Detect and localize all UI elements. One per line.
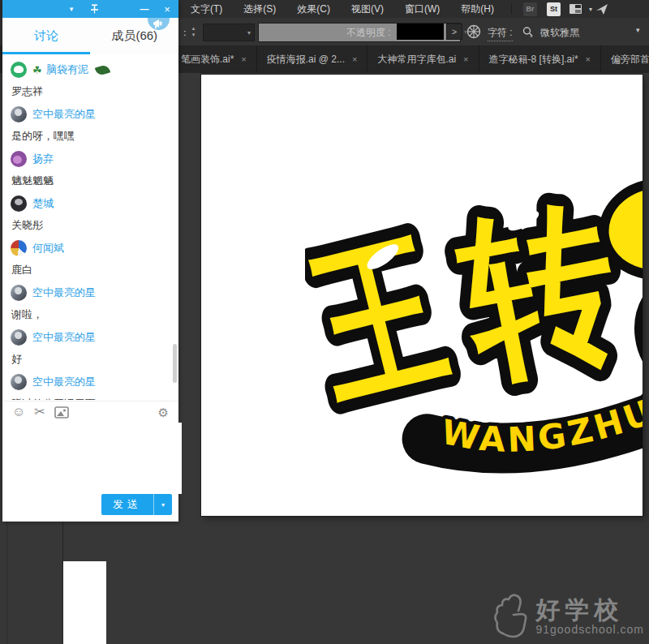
username[interactable]: 空中最亮的星 xyxy=(32,330,96,345)
avatar[interactable] xyxy=(11,285,27,301)
pin-icon[interactable] xyxy=(85,0,103,18)
opacity-label[interactable]: 不透明度 : xyxy=(346,26,391,41)
font-family-value[interactable]: 微软雅黑 xyxy=(540,26,579,40)
emoji-icon[interactable]: ☺ xyxy=(12,406,25,419)
share-icon[interactable] xyxy=(595,3,608,15)
value-stepper[interactable]: ▴ ▾ xyxy=(188,24,199,40)
clover-icon: ☘ xyxy=(32,64,42,76)
close-icon[interactable]: × xyxy=(352,54,357,64)
chevron-down-icon[interactable]: ▾ xyxy=(636,26,640,34)
username[interactable]: 楚城 xyxy=(32,196,54,211)
menu-type[interactable]: 文字(T) xyxy=(180,2,233,16)
message-text: 罗志祥 xyxy=(11,84,170,99)
message-text: 听过的公开课里面 xyxy=(11,397,170,400)
chat-message: 何闻斌 鹿白 xyxy=(11,239,170,277)
artboard-secondary[interactable] xyxy=(63,561,106,644)
character-label[interactable]: 字符 : xyxy=(488,26,513,41)
username[interactable]: 空中最亮的星 xyxy=(32,286,96,300)
recolor-artwork-icon[interactable] xyxy=(466,24,481,39)
stroke-weight-dropdown[interactable]: ▾ xyxy=(203,24,255,41)
chat-message: 空中最亮的星 谢啦， xyxy=(11,284,170,322)
chat-input-toolbar: ☺ ✂ ⚙ xyxy=(2,401,178,423)
chat-message: 楚城 关晓彤 xyxy=(11,195,170,233)
close-icon[interactable]: × xyxy=(463,54,468,64)
watermark-title: 好学校 xyxy=(535,597,623,623)
chevron-down-icon: ▾ xyxy=(247,29,251,36)
avatar[interactable] xyxy=(11,106,27,122)
close-icon[interactable]: × xyxy=(586,54,591,64)
send-options-chevron-icon[interactable]: ▾ xyxy=(153,494,172,515)
avatar[interactable] xyxy=(11,374,27,390)
username[interactable]: 脑袋有泥 xyxy=(46,62,88,77)
chat-message: 空中最亮的星 好 xyxy=(11,328,170,367)
chevron-down-icon[interactable]: ▾ xyxy=(589,6,592,13)
active-tab-underline xyxy=(2,52,90,54)
opacity-value-field[interactable] xyxy=(397,24,444,40)
minimize-icon[interactable]: — xyxy=(135,0,153,18)
menubar-divider xyxy=(511,3,512,15)
artboard-main[interactable]: 王 转 WANGZHUAN xyxy=(201,75,643,516)
logo-char-1: 王 xyxy=(305,208,462,430)
doc-tab-label: 疫情海报.ai @ 2... xyxy=(267,53,345,67)
username[interactable]: 空中最亮的星 xyxy=(32,107,96,122)
chat-titlebar[interactable]: ▾ — × xyxy=(2,0,178,18)
watermark-site: 91goodschool.com xyxy=(535,623,644,636)
message-text: 好 xyxy=(11,352,170,367)
chat-message: 空中最亮的星 听过的公开课里面 xyxy=(11,373,170,400)
avatar[interactable] xyxy=(11,195,27,212)
username[interactable]: 何闻斌 xyxy=(32,241,64,255)
leaf-icon xyxy=(94,63,110,76)
doc-tab-5[interactable]: 偏旁部首字典.a xyxy=(601,45,649,73)
avatar[interactable] xyxy=(11,240,27,256)
chat-message: ☘ 脑袋有泥 罗志祥 xyxy=(11,61,170,99)
artboard-guide-line xyxy=(6,521,7,644)
doc-tab-label: 造字秘籍-8 [转换].ai* xyxy=(489,53,578,67)
workspace-switcher-icon[interactable] xyxy=(569,4,582,14)
chat-message-list[interactable]: ☘ 脑袋有泥 罗志祥 空中最亮的星 是的呀，嘿嘿 扬弃 魑魅魍魉 xyxy=(2,54,178,400)
wangzhuan-logo-artwork[interactable]: 王 转 WANGZHUAN xyxy=(305,154,643,516)
doc-tab-2[interactable]: 疫情海报.ai @ 2... × xyxy=(257,45,368,73)
message-text: 是的呀，嘿嘿 xyxy=(11,129,170,144)
doc-tab-4[interactable]: 造字秘籍-8 [转换].ai* × xyxy=(479,45,601,73)
screenshot-scissors-icon[interactable]: ✂ xyxy=(34,406,45,419)
bridge-icon[interactable]: Br xyxy=(523,2,537,16)
close-icon[interactable]: × xyxy=(241,54,246,64)
username[interactable]: 空中最亮的星 xyxy=(32,375,96,389)
menu-select[interactable]: 选择(S) xyxy=(233,2,286,16)
avatar[interactable] xyxy=(11,329,27,346)
menu-effect[interactable]: 效果(C) xyxy=(286,2,341,16)
doc-tab-label: 大神常用字库包.ai xyxy=(377,53,456,67)
message-text: 魑魅魍魉 xyxy=(11,174,170,188)
doc-tab-label: 笔画装饰.ai* xyxy=(181,53,234,67)
doc-tab-3[interactable]: 大神常用字库包.ai × xyxy=(367,45,479,73)
chat-message: 扬弃 魑魅魍魉 xyxy=(11,150,170,188)
avatar[interactable] xyxy=(11,62,27,78)
doc-tab-1[interactable]: 笔画装饰.ai* × xyxy=(178,45,257,73)
opacity-expand-button[interactable]: > xyxy=(446,24,462,40)
doc-tab-label: 偏旁部首字典.a xyxy=(611,53,649,67)
menu-help[interactable]: 帮助(H) xyxy=(450,2,505,16)
chevron-down-icon[interactable]: ▾ xyxy=(62,0,80,18)
send-button[interactable]: 发送 ▾ xyxy=(101,494,172,515)
gear-icon[interactable]: ⚙ xyxy=(158,406,169,420)
send-button-label[interactable]: 发送 xyxy=(101,494,153,515)
scrollbar-thumb[interactable] xyxy=(173,344,177,383)
username[interactable]: 扬弃 xyxy=(32,152,54,166)
image-icon[interactable] xyxy=(54,406,69,419)
search-icon[interactable] xyxy=(522,27,534,37)
stepper-up-icon[interactable]: ▴ xyxy=(192,25,196,32)
screenshot-root: 文字(T) 选择(S) 效果(C) 视图(V) 窗口(W) 帮助(H) Br S… xyxy=(0,0,649,644)
stock-icon[interactable]: St xyxy=(547,2,561,16)
watermark: 好学校 91goodschool.com xyxy=(492,594,644,639)
menu-view[interactable]: 视图(V) xyxy=(341,2,394,16)
stepper-down-icon[interactable]: ▾ xyxy=(192,32,196,38)
close-icon[interactable]: × xyxy=(158,0,176,18)
menu-window[interactable]: 窗口(W) xyxy=(394,2,450,16)
avatar[interactable] xyxy=(11,151,27,167)
megaphone-icon xyxy=(153,18,165,30)
message-text: 关晓彤 xyxy=(11,218,170,233)
message-input[interactable] xyxy=(2,423,182,494)
tab-discussion[interactable]: 讨论 xyxy=(2,18,91,54)
thumbs-up-icon xyxy=(492,594,531,639)
chat-message: 空中最亮的星 是的呀，嘿嘿 xyxy=(11,105,170,144)
